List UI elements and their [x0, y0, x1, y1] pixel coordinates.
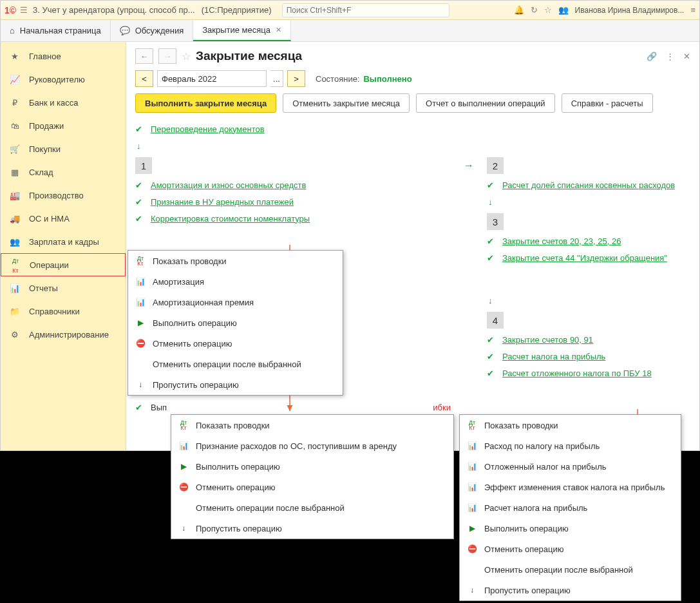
sidebar-item-admin[interactable]: ⚙Администрирование	[1, 323, 126, 346]
op-link[interactable]: Амортизация и износ основных средств	[151, 180, 306, 190]
ctx-amort[interactable]: 📊Амортизация	[128, 271, 343, 292]
op-link[interactable]: Перепроведение документов	[151, 124, 265, 134]
skip-icon: ↓	[178, 524, 189, 533]
op-link[interactable]: Расчет долей списания косвенных расходов	[502, 180, 675, 190]
period-next-button[interactable]: >	[287, 70, 305, 87]
ctx-cancel[interactable]: ⛔Отменить операцию	[171, 477, 453, 497]
nav-back-button[interactable]: ←	[135, 48, 153, 64]
ctx-show-entries[interactable]: ДтКтПоказать проводки	[128, 251, 343, 271]
menu-icon[interactable]: ≡	[690, 5, 695, 15]
tab-home[interactable]: ⌂ Начальная страница	[1, 20, 111, 41]
period-value: Февраль 2022	[162, 74, 216, 84]
cancel-icon: ⛔	[178, 483, 189, 492]
op-close90[interactable]: ✔Закрытие счетов 90, 91	[487, 331, 699, 348]
op-lease[interactable]: ✔Признание в НУ арендных платежей	[135, 193, 451, 210]
chat-icon: 💬	[120, 26, 130, 35]
ctx-show-entries[interactable]: ДтКтПоказать проводки	[460, 415, 681, 436]
op-profit-tax[interactable]: ✔Расчет налога на прибыль	[487, 348, 699, 365]
dtkt-icon: ДтКт	[178, 420, 189, 430]
sidebar-item-production[interactable]: 🏭Производство	[1, 184, 126, 207]
ctx-amort-prem[interactable]: 📊Амортизационная премия	[128, 292, 343, 312]
search-input[interactable]	[282, 3, 449, 17]
star-icon[interactable]: ☆	[544, 5, 552, 15]
period-prev-button[interactable]: <	[135, 70, 153, 87]
op-deferred[interactable]: ✔Расчет отложенного налога по ПБУ 18	[487, 365, 699, 381]
user-icon[interactable]: 👥	[558, 5, 569, 15]
ctx-cancel[interactable]: ⛔Отменить операцию	[460, 539, 681, 559]
ctx-label: Показать проводки	[153, 256, 227, 266]
ctx-cancel-after[interactable]: Отменить операции после выбранной	[171, 497, 453, 518]
operations-report-button[interactable]: Отчет о выполнении операций	[416, 93, 555, 113]
close-page-icon[interactable]: ✕	[683, 52, 690, 61]
nav-forward-button[interactable]: →	[158, 48, 176, 64]
tabbar: ⌂ Начальная страница 💬 Обсуждения Закрыт…	[1, 20, 699, 42]
period-field[interactable]: Февраль 2022	[157, 70, 267, 87]
ctx-skip[interactable]: ↓Пропустить операцию	[171, 518, 453, 539]
op-link[interactable]: Закрытие счета 44 "Издержки обращения"	[502, 253, 667, 263]
op-link[interactable]: Закрытие счетов 20, 23, 25, 26	[502, 236, 621, 246]
op-amort[interactable]: ✔Амортизация и износ основных средств	[135, 177, 451, 193]
close-icon[interactable]: ✕	[276, 26, 281, 34]
cancel-icon: ⛔	[466, 544, 478, 553]
ctx-calc-tax[interactable]: 📊Расчет налога на прибыль	[460, 497, 681, 518]
sidebar-item-payroll[interactable]: 👥Зарплата и кадры	[1, 230, 126, 253]
sidebar-item-catalogs[interactable]: 📁Справочники	[1, 300, 126, 323]
execute-icon: ▶	[178, 462, 189, 471]
link-icon[interactable]: 🔗	[647, 52, 657, 61]
sb-label: Покупки	[29, 144, 61, 154]
ctx-skip[interactable]: ↓Пропустить операцию	[460, 580, 681, 600]
op-close20[interactable]: ✔Закрытие счетов 20, 23, 25, 26	[487, 233, 699, 249]
op-link[interactable]: Расчет налога на прибыль	[502, 352, 605, 361]
references-button[interactable]: Справки - расчеты	[562, 93, 653, 113]
ctx-lease-expenses[interactable]: 📊Признание расходов по ОС, поступившим в…	[171, 436, 453, 456]
sidebar-item-manager[interactable]: 📈Руководителю	[1, 68, 126, 91]
skip-icon: ↓	[466, 586, 478, 595]
ctx-cancel-after[interactable]: Отменить операции после выбранной	[460, 559, 681, 580]
sidebar-item-bank[interactable]: ₽Банк и касса	[1, 91, 126, 114]
sb-label: Справочники	[29, 307, 80, 316]
sb-label: ОС и НМА	[29, 214, 70, 224]
sidebar-item-assets[interactable]: 🚚ОС и НМА	[1, 207, 126, 230]
period-picker-button[interactable]: ...	[270, 70, 283, 87]
ctx-execute[interactable]: ▶Выполнить операцию	[171, 456, 453, 477]
ctx-skip[interactable]: ↓Пропустить операцию	[128, 374, 343, 395]
cancel-closing-button[interactable]: Отменить закрытие месяца	[283, 93, 410, 113]
hamburger-icon[interactable]: ☰	[20, 5, 28, 15]
ctx-label: Признание расходов по ОС, поступившим в …	[196, 441, 397, 451]
sidebar-item-reports[interactable]: 📊Отчеты	[1, 276, 126, 300]
op-cost[interactable]: ✔Корректировка стоимости номенклатуры	[135, 210, 451, 227]
sidebar-item-operations[interactable]: ДтКтОперации	[1, 253, 126, 276]
page-title: Закрытие месяца	[196, 49, 302, 63]
ctx-deferred-tax[interactable]: 📊Отложенный налог на прибыль	[460, 456, 681, 477]
sidebar-item-purchases[interactable]: 🛒Покупки	[1, 137, 126, 160]
op-link[interactable]: Корректировка стоимости номенклатуры	[151, 214, 310, 224]
execute-closing-button[interactable]: Выполнить закрытие месяца	[135, 93, 276, 113]
sidebar-item-sales[interactable]: 🛍Продажи	[1, 114, 126, 137]
op-close44[interactable]: ✔Закрытие счета 44 "Издержки обращения"	[487, 249, 699, 266]
ctx-execute[interactable]: ▶Выполнить операцию	[128, 312, 343, 333]
op-link[interactable]: Закрытие счетов 90, 91	[502, 335, 593, 345]
bell-icon[interactable]: 🔔	[514, 5, 524, 15]
favorite-icon[interactable]: ☆	[182, 50, 191, 62]
op-link[interactable]: Расчет отложенного налога по ПБУ 18	[502, 368, 652, 378]
op-repost[interactable]: ✔Перепроведение документов	[135, 120, 690, 137]
ctx-execute[interactable]: ▶Выполнить операцию	[460, 518, 681, 539]
op-indirect[interactable]: ✔Расчет долей списания косвенных расходо…	[487, 177, 699, 193]
op-link[interactable]: Признание в НУ арендных платежей	[151, 197, 294, 207]
ctx-show-entries[interactable]: ДтКтПоказать проводки	[171, 415, 453, 436]
ctx-tax-expense[interactable]: 📊Расход по налогу на прибыль	[460, 436, 681, 456]
sb-label: Отчеты	[29, 283, 58, 293]
check-icon: ✔	[487, 180, 496, 190]
more-icon[interactable]: ⋮	[666, 52, 674, 61]
sidebar-item-warehouse[interactable]: ▦Склад	[1, 160, 126, 184]
tab-discussions[interactable]: 💬 Обсуждения	[111, 20, 194, 41]
ctx-cancel-after[interactable]: Отменить операции после выбранной	[128, 354, 343, 374]
tab-closing[interactable]: Закрытие месяца ✕	[193, 20, 291, 41]
ctx-label: Показать проводки	[196, 421, 270, 430]
ctx-cancel[interactable]: ⛔Отменить операцию	[128, 333, 343, 354]
sidebar-item-main[interactable]: ★Главное	[1, 44, 126, 68]
ctx-label: Отменить операцию	[196, 483, 275, 492]
history-icon[interactable]: ↻	[531, 5, 538, 15]
ctx-rate-effect[interactable]: 📊Эффект изменения ставок налога на прибы…	[460, 477, 681, 497]
user-name[interactable]: Иванова Ирина Владимиров...	[575, 6, 685, 15]
